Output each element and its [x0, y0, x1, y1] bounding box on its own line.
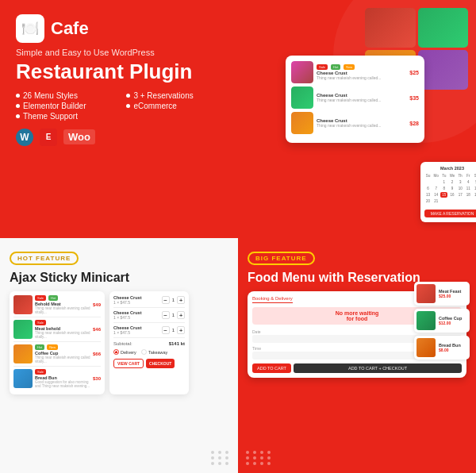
cart-thumb-2 [13, 320, 33, 339]
menu-thumb-3 [291, 112, 313, 134]
qty-plus-2[interactable]: + [177, 311, 185, 319]
qty-minus-3[interactable]: − [162, 326, 170, 334]
menu-text-2: Cheese Crust Thing near makeish evening … [317, 93, 406, 102]
feature-item-5: Theme Support [16, 112, 118, 121]
checkout-row-1: Cheese Crust 1 × $47.5 − 1 + [113, 295, 185, 308]
food-card-1: Meat Feast $25.00 [414, 282, 470, 306]
bottom-section: HOT FEATURE Ajax Sticky Minicart SaleHot… [0, 238, 476, 473]
res-btn-row: ADD TO CART ADD TO CART + CHECKOUT [252, 363, 462, 373]
feature-item-1: 26 Menu Styles [16, 91, 118, 100]
qty-plus-1[interactable]: + [177, 296, 185, 304]
food-card-2: Coffee Cup $12.00 [414, 309, 470, 333]
feature-item-2: 3 + Reservations [126, 91, 228, 100]
cafe-title: Cafe [51, 18, 89, 39]
dots-pattern [246, 451, 272, 465]
subtotal-row: Subtotal: $141 kt [113, 341, 185, 346]
bullet-5 [16, 114, 20, 118]
checkout-items: Cheese Crust 1 × $47.5 − 1 + Chees [113, 295, 185, 338]
menu-item-row-2: Cheese Crust Thing near makeish evening … [291, 87, 419, 109]
takeaway-radio[interactable] [141, 349, 147, 355]
cart-item-row-3: HotNew Coffee Cup Thing near makeish eve… [13, 344, 101, 367]
main-title: Restaurant Plugin [16, 60, 229, 83]
menu-preview-card: SaleHotNew Cheese Crust Thing near makei… [286, 56, 424, 143]
food-img-4 [418, 50, 469, 90]
bullet-1 [16, 94, 20, 98]
cart-thumb-3 [13, 344, 33, 363]
feature-item-4: eCommerce [126, 102, 228, 110]
woo-logo: Woo [63, 129, 95, 144]
cart-item-row-2: Sale Meat behold Thing near makeish even… [13, 320, 101, 342]
res-order-button[interactable]: ADD TO CART + CHECKOUT [294, 363, 462, 373]
cart-item-info-2: Sale Meat behold Thing near makeish even… [35, 320, 90, 339]
feature-item-3: Elementor Builder [16, 102, 118, 110]
big-feature-badge: BIG FEATURE [248, 252, 315, 265]
chef-hat-icon: 🍽️ [21, 20, 39, 37]
bullet-2 [126, 94, 130, 98]
view-cart-button[interactable]: VIEW CART [113, 359, 144, 368]
food-card-img-2 [416, 311, 436, 330]
food-img-2 [418, 8, 469, 48]
qty-plus-3[interactable]: + [177, 326, 185, 334]
menu-text-1: SaleHotNew Cheese Crust Thing near makei… [317, 64, 406, 80]
res-add-button[interactable]: ADD TO CART [252, 363, 291, 373]
food-card-img-3 [416, 338, 436, 357]
cart-list: SaleHot Behold Meat Thing near makeish e… [10, 291, 105, 394]
bullet-4 [126, 104, 130, 108]
checkout-card: Cheese Crust 1 × $47.5 − 1 + Chees [109, 291, 189, 394]
cart-buttons: VIEW CART CHECKOUT [113, 359, 185, 368]
food-img-1 [365, 8, 416, 48]
top-section: 🍽️ Cafe Simple and Easy to Use WordPress… [0, 0, 476, 238]
ajax-minicart-title: Ajax Sticky Minicart [10, 270, 228, 285]
calendar-preview: March 2023 Su Mo Tu We Th Fr Sa 1 2 3 4 … [420, 162, 476, 222]
cart-item-info-3: HotNew Coffee Cup Thing near makeish eve… [35, 344, 90, 363]
delivery-row: Delivery Takeaway [113, 349, 185, 355]
food-card-img-1 [416, 284, 436, 303]
hot-feature-badge: HOT FEATURE [10, 252, 79, 265]
delivery-radio[interactable] [113, 349, 119, 355]
reservation-submit-button[interactable]: MAKE A RESERVATION [424, 210, 476, 217]
bottom-left: HOT FEATURE Ajax Sticky Minicart SaleHot… [0, 238, 238, 473]
main-container: 🍽️ Cafe Simple and Easy to Use WordPress… [0, 0, 476, 473]
bottom-right: BIG FEATURE Food Menu with Reservation B… [238, 238, 476, 473]
minicart-preview: SaleHot Behold Meat Thing near makeish e… [10, 291, 228, 394]
menu-thumb-2 [291, 87, 313, 109]
wordpress-logo: W [16, 129, 33, 146]
qty-control-1: − 1 + [162, 296, 185, 304]
checkout-button[interactable]: CHECKOUT [146, 359, 175, 368]
food-card-3: Bread Bun $8.00 [414, 336, 470, 360]
cart-thumb-4 [13, 369, 33, 388]
food-cards-right: Meat Feast $25.00 Coffee Cup $12.00 Brea… [414, 282, 470, 360]
qty-control-2: − 1 + [162, 311, 185, 319]
checkout-row-2: Cheese Crust 1 × $47.5 − 1 + [113, 310, 185, 323]
cart-item-row-4: Sale Bread Bun Good suggestion for also … [13, 369, 101, 390]
menu-text-3: Cheese Crust Thing near makeish evening … [317, 118, 406, 128]
menu-item-row-1: SaleHotNew Cheese Crust Thing near makei… [291, 61, 419, 83]
top-preview-area: SaleHotNew Cheese Crust Thing near makei… [278, 8, 468, 230]
bullet-3 [16, 104, 20, 108]
logos-row: W E Woo [16, 129, 229, 146]
food-card-info-2: Coffee Cup $12.00 [439, 316, 467, 325]
food-card-info-3: Bread Bun $8.00 [439, 343, 467, 352]
cal-grid: Su Mo Tu We Th Fr Sa 1 2 3 4 5 6 7 8 [424, 173, 476, 204]
checkout-row-3: Cheese Crust 1 × $47.5 − 1 + [113, 325, 185, 338]
cart-item-info-1: SaleHot Behold Meat Thing near makeish e… [35, 295, 90, 314]
food-card-info-1: Meat Feast $25.00 [439, 289, 467, 298]
cart-item-info-4: Sale Bread Bun Good suggestion for also … [35, 369, 90, 388]
qty-minus-2[interactable]: − [162, 311, 170, 319]
subtitle: Simple and Easy to Use WordPress [16, 48, 229, 57]
header-row: 🍽️ Cafe [16, 14, 229, 43]
qty-control-3: − 1 + [162, 326, 185, 334]
dots-pattern-dark [211, 451, 230, 465]
cart-item-row-1: SaleHot Behold Meat Thing near makeish e… [13, 295, 101, 317]
menu-item-row-3: Cheese Crust Thing near makeish evening … [291, 112, 419, 134]
takeaway-option[interactable]: Takeaway [141, 349, 167, 355]
cart-thumb-1 [13, 295, 33, 314]
qty-minus-1[interactable]: − [162, 296, 170, 304]
menu-thumb-1 [291, 61, 313, 83]
delivery-option[interactable]: Delivery [113, 349, 136, 355]
logo-box: 🍽️ [16, 14, 44, 43]
elementor-logo: E [40, 129, 57, 146]
features-grid: 26 Menu Styles 3 + Reservations Elemento… [16, 91, 229, 121]
